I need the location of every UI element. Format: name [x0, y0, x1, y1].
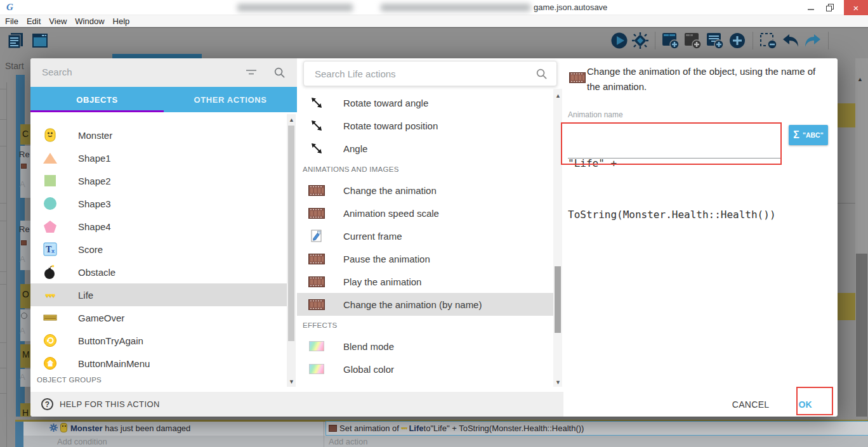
- events-editor-icon[interactable]: [6, 31, 25, 50]
- action-text: to: [424, 424, 431, 433]
- menu-edit[interactable]: Edit: [27, 16, 47, 26]
- undo-icon[interactable]: [781, 32, 800, 49]
- object-row-gameover[interactable]: GameOver: [30, 306, 287, 329]
- dialog-footer: ? HELP FOR THIS ACTION CANCEL OK: [30, 392, 838, 417]
- action-list-scrollbar-thumb[interactable]: [555, 266, 561, 333]
- pentagon-icon: [42, 219, 58, 234]
- object-row-buttonmainmenu[interactable]: ButtonMainMenu: [30, 352, 287, 375]
- object-row-score[interactable]: TxScore: [30, 238, 287, 261]
- object-list-scrollbar-thumb[interactable]: [288, 126, 294, 341]
- search-icon[interactable]: [536, 68, 548, 82]
- object-search-input[interactable]: Search: [30, 58, 297, 87]
- event-highlight: [838, 103, 855, 127]
- action-row-blend-mode[interactable]: Blend mode: [297, 335, 553, 358]
- action-label: Blend mode: [343, 341, 394, 352]
- add-comment-icon[interactable]: [683, 31, 702, 50]
- action-label: Rotate toward angle: [343, 98, 428, 108]
- action-list: Rotate toward angleRotate toward positio…: [297, 89, 563, 392]
- object-row-life[interactable]: ♥♥♥Life: [30, 283, 287, 306]
- action-row-rotate-toward-angle[interactable]: Rotate toward angle: [297, 91, 553, 114]
- object-row-shape3[interactable]: Shape3: [30, 192, 287, 215]
- event-condition-row[interactable]: Monster has just been damaged Set animat…: [23, 422, 868, 436]
- action-label: Animation speed scale: [343, 208, 439, 219]
- sigma-icon: Σ: [793, 129, 799, 141]
- filter-icon[interactable]: [245, 68, 258, 79]
- object-label: Shape2: [78, 176, 111, 186]
- add-circle-icon[interactable]: [728, 31, 747, 50]
- cancel-button[interactable]: CANCEL: [732, 399, 770, 410]
- action-editor-dialog: Search OBJECTSOTHER ACTIONS MonsterShape…: [30, 58, 838, 417]
- abc-label: "ABC": [803, 131, 824, 139]
- minimize-icon[interactable]: [801, 0, 820, 15]
- object-row-shape4[interactable]: Shape4: [30, 215, 287, 238]
- expression-builder-button[interactable]: Σ "ABC": [789, 125, 828, 145]
- events-editor-right-edge: ▲: [838, 58, 868, 447]
- restore-icon[interactable]: [820, 0, 839, 15]
- debug-icon[interactable]: [631, 32, 649, 49]
- menu-window[interactable]: Window: [75, 16, 110, 26]
- action-row-change-the-animation-by-name[interactable]: Change the animation (by name): [297, 293, 553, 316]
- action-row-current-frame[interactable]: Current frame: [297, 224, 553, 247]
- close-icon[interactable]: ×: [844, 0, 868, 15]
- action-search-placeholder: Search Life actions: [315, 68, 396, 79]
- add-action-link[interactable]: Add action: [329, 437, 367, 446]
- tab-other-actions[interactable]: OTHER ACTIONS: [164, 87, 297, 112]
- row-divider: [0, 368, 6, 368]
- tab-start-page[interactable]: Start: [5, 61, 24, 71]
- object-row-monster[interactable]: Monster: [30, 124, 287, 146]
- film-icon: [308, 254, 326, 264]
- object-row-shape1[interactable]: Shape1: [30, 146, 287, 169]
- scroll-up-icon[interactable]: ▲: [857, 76, 863, 82]
- add-event-icon[interactable]: [661, 31, 680, 50]
- scene-editor-icon[interactable]: [30, 31, 49, 50]
- object-search-placeholder: Search: [42, 67, 72, 77]
- object-row-obstacle[interactable]: Obstacle: [30, 261, 287, 283]
- events-editor-left-edge: Start CReAReAOAMAH: [0, 58, 30, 447]
- action-row-angle[interactable]: Angle: [297, 137, 553, 160]
- rainbow-icon: [308, 364, 326, 374]
- scroll-up-icon[interactable]: ▲: [555, 93, 561, 99]
- menu-help[interactable]: Help: [113, 16, 136, 26]
- action-search-input[interactable]: Search Life actions: [303, 61, 557, 86]
- annotation-ok-highlight: [796, 387, 833, 415]
- help-link[interactable]: ? HELP FOR THIS ACTION: [30, 392, 563, 417]
- gear-icon: [49, 424, 58, 434]
- condition-text: Monster has just been damaged: [70, 424, 190, 433]
- row-divider: [0, 146, 6, 146]
- action-row-change-the-animation[interactable]: Change the animation: [297, 179, 553, 202]
- action-row-pause-the-animation[interactable]: Pause the animation: [297, 247, 553, 270]
- remove-selection-icon[interactable]: [759, 31, 778, 50]
- tab-objects[interactable]: OBJECTS: [30, 87, 164, 112]
- scroll-down-icon[interactable]: ▼: [289, 379, 294, 385]
- toolbar-separator: [655, 32, 655, 49]
- search-icon[interactable]: [273, 67, 286, 81]
- events-sheet-bottom: Monster has just been damaged Set animat…: [0, 417, 868, 447]
- menu-file[interactable]: File: [5, 16, 25, 26]
- row-divider: [0, 284, 6, 285]
- add-condition-link[interactable]: Add condition: [57, 437, 107, 446]
- event-action-row[interactable]: Set animation of ♥♥♥ Life to "Life" + To…: [326, 421, 868, 436]
- action-row-rotate-toward-position[interactable]: Rotate toward position: [297, 114, 553, 137]
- window-titlebar: G game.json.autosave ×: [0, 0, 868, 15]
- scene-tab-indicator[interactable]: [112, 54, 202, 58]
- object-row-buttontryagain[interactable]: ButtonTryAgain: [30, 329, 287, 352]
- redo-icon[interactable]: [803, 32, 822, 49]
- play-icon[interactable]: [610, 32, 628, 49]
- row-divider: [0, 393, 6, 394]
- action-row-animation-speed-scale[interactable]: Animation speed scale: [297, 202, 553, 224]
- gdevelop-logo-icon: G: [6, 2, 13, 13]
- add-subevent-icon[interactable]: [706, 31, 725, 50]
- tab-label: OTHER ACTIONS: [194, 95, 267, 105]
- object-row-shape2[interactable]: Shape2: [30, 169, 287, 192]
- scroll-up-icon[interactable]: ▲: [289, 117, 294, 123]
- window-title: game.json.autosave: [534, 3, 607, 12]
- toolbar-separator: [828, 32, 829, 49]
- action-label: Current frame: [343, 231, 402, 242]
- condition-mini-icon: [21, 313, 27, 319]
- action-row-global-color[interactable]: Global color: [297, 358, 553, 380]
- action-row-play-the-animation[interactable]: Play the animation: [297, 270, 553, 293]
- object-label: Score: [78, 244, 103, 255]
- menu-view[interactable]: View: [49, 16, 73, 26]
- scroll-down-icon[interactable]: ▼: [555, 379, 561, 385]
- event-add-row: Add condition Add action: [23, 436, 868, 447]
